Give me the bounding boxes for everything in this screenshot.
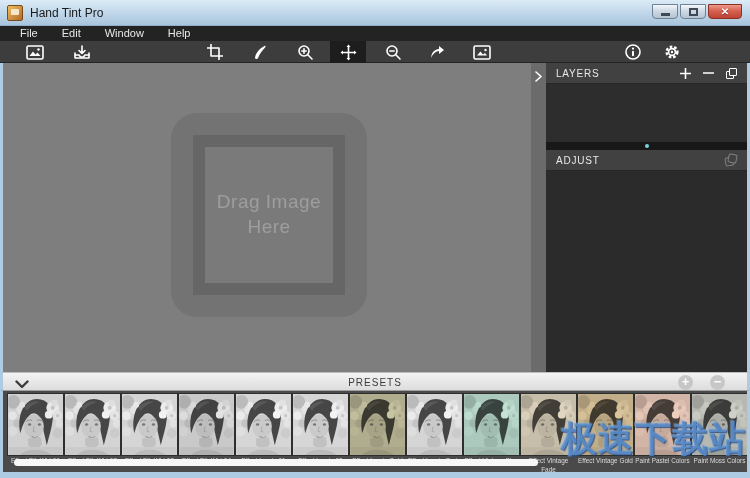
- preset-tint-overlay: [350, 394, 405, 455]
- presets-filmstrip: Effect Blk Wht 01 Effect Blk Wht 02 Effe…: [0, 391, 750, 475]
- preset-image: [179, 394, 234, 455]
- window-title: Hand Tint Pro: [30, 6, 103, 20]
- adjust-randomize-button[interactable]: [725, 154, 737, 166]
- add-preset-button[interactable]: +: [678, 375, 693, 390]
- divider-handle-dot[interactable]: [645, 144, 649, 148]
- crop-tool[interactable]: [197, 41, 233, 63]
- menu-file[interactable]: File: [8, 26, 50, 41]
- preset-tint-overlay: [179, 394, 234, 455]
- new-image-button[interactable]: [17, 41, 53, 63]
- adjust-body: [546, 171, 747, 372]
- redo-button[interactable]: [419, 41, 455, 63]
- import-button[interactable]: [64, 41, 100, 63]
- presets-header: PRESETS + −: [0, 372, 750, 391]
- right-panel: LAYERS ADJUST: [546, 63, 747, 372]
- panel-collapse-button[interactable]: [531, 67, 546, 85]
- layers-header: LAYERS: [546, 63, 747, 84]
- menu-edit[interactable]: Edit: [50, 26, 93, 41]
- main-area: Drag Image Here LAYERS: [0, 63, 750, 372]
- menu-help[interactable]: Help: [156, 26, 203, 41]
- menu-bar: File Edit Window Help: [0, 26, 750, 41]
- settings-button[interactable]: [654, 41, 690, 63]
- preset-image: [236, 394, 291, 455]
- zoom-out-tool[interactable]: [375, 41, 411, 63]
- preset-tint-overlay: [578, 394, 633, 455]
- canvas: Drag Image Here: [3, 63, 531, 372]
- duplicate-icon: [726, 68, 737, 79]
- dropzone-text: Drag Image Here: [205, 190, 333, 239]
- preset-image: [464, 394, 519, 455]
- image-dropzone[interactable]: Drag Image Here: [171, 113, 367, 317]
- preset-tint-overlay: [236, 394, 291, 455]
- menu-window[interactable]: Window: [93, 26, 156, 41]
- adjust-title: ADJUST: [556, 155, 725, 166]
- panel-divider[interactable]: [546, 142, 747, 150]
- minimize-icon: [661, 13, 670, 16]
- preset-image: [8, 394, 63, 455]
- preset-thumbnail[interactable]: Paint Moss Colors: [692, 394, 747, 472]
- remove-layer-button[interactable]: [703, 71, 714, 75]
- title-bar[interactable]: Hand Tint Pro ✕: [0, 0, 750, 26]
- adjust-header: ADJUST: [546, 150, 747, 171]
- layers-title: LAYERS: [556, 68, 680, 79]
- preset-tint-overlay: [8, 394, 63, 455]
- layers-list[interactable]: [546, 84, 747, 142]
- toolbar: [0, 41, 750, 63]
- presets-title: PRESETS: [3, 377, 747, 388]
- preset-image: [293, 394, 348, 455]
- move-tool[interactable]: [330, 41, 366, 63]
- preset-image: [350, 394, 405, 455]
- app-icon: [7, 5, 23, 21]
- preset-tint-overlay: [122, 394, 177, 455]
- preset-image: [635, 394, 690, 455]
- presets-scrollbar[interactable]: [14, 459, 538, 466]
- info-button[interactable]: [615, 41, 651, 63]
- maximize-icon: [689, 8, 698, 16]
- preset-tint-overlay: [407, 394, 462, 455]
- preset-tint-overlay: [293, 394, 348, 455]
- preset-tint-overlay: [692, 394, 747, 455]
- preset-label: Paint Moss Colors: [692, 457, 747, 466]
- preset-image: [578, 394, 633, 455]
- preset-image: [407, 394, 462, 455]
- dice-icon: [725, 154, 737, 166]
- panel-collapse-strip: [531, 63, 546, 372]
- preset-image: [521, 394, 576, 455]
- app-window: Hand Tint Pro ✕ File Edit Window Help: [0, 0, 750, 478]
- dropzone-frame: Drag Image Here: [193, 135, 345, 295]
- preset-tint-overlay: [635, 394, 690, 455]
- preview-image-button[interactable]: [464, 41, 500, 63]
- preset-label: Paint Pastel Colors: [635, 457, 690, 466]
- preset-image: [122, 394, 177, 455]
- preset-image: [692, 394, 747, 455]
- preset-thumbnail[interactable]: Effect Vintage Gold: [578, 394, 633, 472]
- minimize-button[interactable]: [652, 4, 678, 19]
- add-layer-button[interactable]: [680, 68, 691, 79]
- preset-tint-overlay: [464, 394, 519, 455]
- preset-label: Effect Vintage Gold: [578, 457, 633, 466]
- close-icon: ✕: [721, 6, 729, 17]
- remove-preset-button[interactable]: −: [710, 375, 725, 390]
- close-button[interactable]: ✕: [708, 4, 742, 19]
- duplicate-layer-button[interactable]: [726, 68, 737, 79]
- preset-image: [65, 394, 120, 455]
- brush-tool[interactable]: [242, 41, 278, 63]
- preset-tint-overlay: [521, 394, 576, 455]
- maximize-button[interactable]: [680, 4, 706, 19]
- preset-tint-overlay: [65, 394, 120, 455]
- preset-thumbnail[interactable]: Paint Pastel Colors: [635, 394, 690, 472]
- zoom-in-tool[interactable]: [287, 41, 323, 63]
